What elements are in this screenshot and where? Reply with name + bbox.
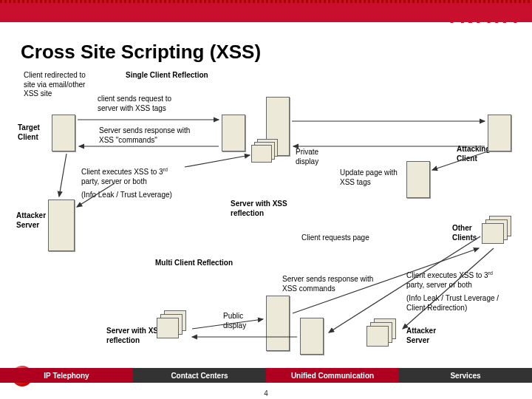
box-attacking-client xyxy=(488,115,511,151)
label-server-sends-response: Server sends response with XSS "commands… xyxy=(99,126,202,145)
label-info-leak2: (Info Leak / Trust Leverage / Client Red… xyxy=(406,294,517,313)
bottombar-services: Services xyxy=(399,368,532,383)
svg-line-2 xyxy=(59,154,66,197)
label-private-display: Private display xyxy=(296,148,332,166)
box3-server-xss-bottom xyxy=(157,310,191,340)
label-client-redirected: Client redirected to site via email/othe… xyxy=(24,71,98,99)
box-pub-server xyxy=(266,296,290,351)
bottombar-contact-centers: Contact Centers xyxy=(133,368,266,383)
label-update-page: Update page with XSS tags xyxy=(340,168,406,187)
box-attacking-client-mid xyxy=(406,161,430,198)
label-server-xss-reflection: Server with XSS reflection xyxy=(231,200,290,218)
box-target-client xyxy=(52,115,75,151)
label-server-sends-response2: Server sends response with XSS commands xyxy=(282,275,378,293)
box-attacker-server-left xyxy=(48,200,75,251)
label-client-requests-page: Client requests page xyxy=(301,233,369,243)
label-client-executes-xss2: Client executes XSS to 3rd party, server… xyxy=(406,270,510,290)
box3-other-clients xyxy=(482,216,516,245)
box3-attacker-server-right xyxy=(366,318,400,348)
label-target-client: Target Client xyxy=(18,123,47,142)
bottombar-ip-telephony: IP Telephony xyxy=(0,368,133,383)
svg-line-4 xyxy=(185,155,250,167)
box3-private-display xyxy=(251,139,281,163)
label-multi-client-reflection: Multi Client Reflection xyxy=(155,259,233,268)
avaya-logo: AVAYA xyxy=(451,4,519,28)
label-info-leak: (Info Leak / Trust Leverage) xyxy=(81,191,172,200)
label-client-sends-request: client sends request to server with XSS … xyxy=(98,95,186,113)
page-number: 4 xyxy=(0,389,532,398)
bottom-bar: IP Telephony Contact Centers Unified Com… xyxy=(0,368,532,383)
bottombar-unified-communication: Unified Communication xyxy=(266,368,399,383)
box-server-left xyxy=(222,115,245,151)
label-client-executes-xss: Client executes XSS to 3rd party, server… xyxy=(81,167,185,186)
label-attacker-server2: Attacker Server xyxy=(406,327,451,345)
label-public-display: Public display xyxy=(223,312,260,330)
page-title: Cross Site Scripting (XSS) xyxy=(21,41,261,64)
label-single-client-reflection: Single Client Reflection xyxy=(126,71,208,81)
box-pub-server2 xyxy=(300,318,324,355)
